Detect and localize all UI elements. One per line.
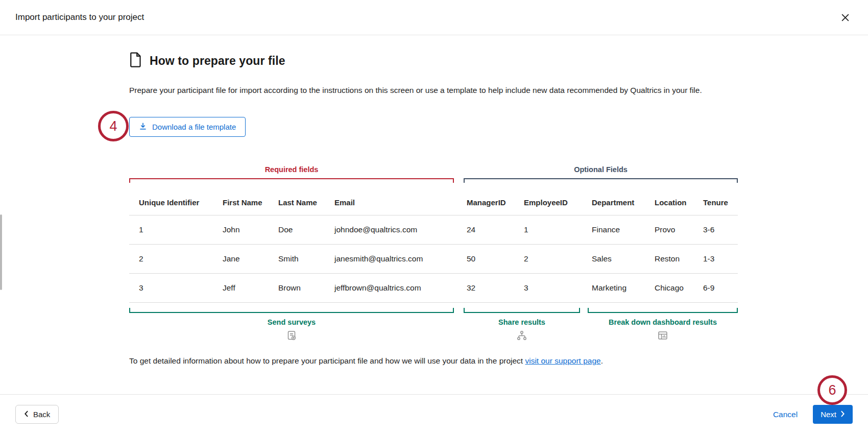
download-template-button[interactable]: Download a file template [129, 117, 246, 137]
cell: 1-3 [703, 254, 738, 263]
annotation-circle-4: 4 [98, 111, 129, 141]
cell: johndoe@qualtrics.com [334, 225, 467, 234]
column-header-unique-identifier: Unique Identifier [139, 198, 223, 207]
page-title: How to prepare your file [150, 54, 285, 68]
cell: 24 [467, 225, 524, 234]
close-icon[interactable] [837, 10, 853, 25]
cell: Chicago [655, 283, 703, 293]
cell: janesmith@qualtrics.com [334, 254, 467, 263]
download-button-label: Download a file template [152, 123, 236, 131]
section-heading: How to prepare your file [129, 52, 285, 69]
cell: 6-9 [703, 283, 738, 293]
cell: Jane [223, 254, 278, 263]
column-header-managerid: ManagerID [467, 198, 524, 207]
cell: Jeff [223, 283, 278, 293]
optional-fields-bracket [464, 178, 738, 183]
cell: 1 [139, 225, 223, 234]
required-fields-label: Required fields [129, 165, 454, 174]
cell: Doe [278, 225, 334, 234]
cancel-button[interactable]: Cancel [773, 410, 798, 419]
dashboard-results-bracket [588, 308, 738, 313]
back-button-label: Back [33, 410, 50, 419]
optional-fields-label: Optional Fields [464, 165, 738, 174]
annotation-number: 6 [828, 382, 836, 398]
support-text-before: To get detailed information about how to… [129, 356, 525, 365]
support-text-after: . [601, 356, 603, 365]
cell: 2 [524, 254, 592, 263]
column-header-location: Location [655, 198, 703, 207]
modal-title: Import participants to your project [15, 12, 144, 22]
cell: 2 [139, 254, 223, 263]
column-header-department: Department [592, 198, 655, 207]
cell: 3 [524, 283, 592, 293]
cell: Reston [655, 254, 703, 263]
table-row: 3 Jeff Brown jeffbrown@qualtrics.com 32 … [129, 274, 738, 303]
download-icon [139, 122, 147, 132]
cell: 3-6 [703, 225, 738, 234]
footer-actions: Cancel Next [773, 405, 853, 424]
send-surveys-bracket [129, 308, 454, 313]
support-page-link[interactable]: visit our support page [525, 356, 600, 365]
org-chart-icon [464, 330, 580, 343]
cell: 50 [467, 254, 524, 263]
table-row: 1 John Doe johndoe@qualtrics.com 24 1 Fi… [129, 215, 738, 245]
cell: Smith [278, 254, 334, 263]
annotation-circle-6: 6 [817, 375, 847, 405]
cell: Sales [592, 254, 655, 263]
column-header-employeeid: EmployeeID [524, 198, 592, 207]
share-results-label: Share results [464, 318, 580, 326]
next-button-label: Next [821, 410, 836, 419]
send-surveys-label: Send surveys [129, 318, 454, 326]
cell: 3 [139, 283, 223, 293]
share-results-bracket [464, 308, 580, 313]
annotation-number: 4 [109, 118, 117, 134]
cell: Marketing [592, 283, 655, 293]
column-header-tenure: Tenure [703, 198, 738, 207]
chevron-right-icon [840, 410, 845, 419]
support-text: To get detailed information about how to… [129, 356, 603, 366]
example-participant-table: Unique Identifier First Name Last Name E… [129, 190, 738, 303]
table-header-row: Unique Identifier First Name Last Name E… [129, 190, 738, 215]
intro-description: Prepare your participant file for import… [129, 84, 740, 97]
table-row: 2 Jane Smith janesmith@qualtrics.com 50 … [129, 245, 738, 274]
column-header-first-name: First Name [223, 198, 278, 207]
background-scrollbar[interactable] [0, 214, 2, 290]
cell: Finance [592, 225, 655, 234]
column-header-last-name: Last Name [278, 198, 334, 207]
chevron-left-icon [24, 410, 29, 419]
file-icon [129, 52, 142, 69]
cell: Brown [278, 283, 334, 293]
cell: 1 [524, 225, 592, 234]
survey-plus-icon [129, 330, 454, 343]
modal-footer: Back Cancel Next [0, 394, 868, 434]
next-button[interactable]: Next [813, 405, 853, 424]
dashboard-results-label: Break down dashboard results [588, 318, 738, 326]
required-fields-bracket [129, 178, 454, 183]
back-button[interactable]: Back [15, 405, 59, 424]
modal-header: Import participants to your project [0, 0, 868, 35]
cell: 32 [467, 283, 524, 293]
cell: Provo [655, 225, 703, 234]
cell: jeffbrown@qualtrics.com [334, 283, 467, 293]
column-header-email: Email [334, 198, 467, 207]
cell: John [223, 225, 278, 234]
dashboard-icon [588, 330, 738, 343]
